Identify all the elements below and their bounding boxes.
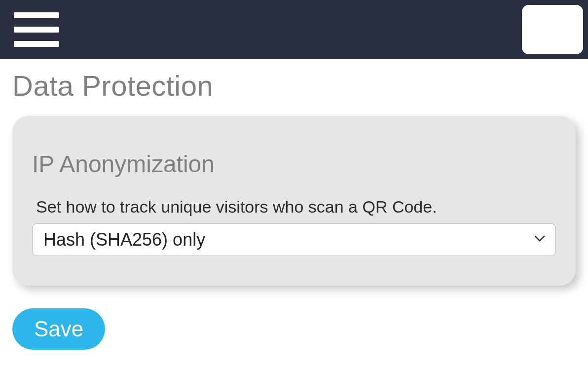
hamburger-bar [14,27,59,33]
content-area: Data Protection IP Anonymization Set how… [0,59,588,350]
tracking-method-select[interactable]: Hash (SHA256) only [32,223,556,256]
tracking-method-label: Set how to track unique visitors who sca… [32,197,556,217]
hamburger-bar [14,12,59,18]
page-title: Data Protection [12,69,576,102]
hamburger-icon[interactable] [14,12,59,47]
app-header [0,0,588,59]
save-button[interactable]: Save [12,308,105,350]
card-title: IP Anonymization [32,150,556,178]
tracking-method-select-wrap: Hash (SHA256) only [32,223,556,256]
hamburger-bar [14,41,59,47]
header-right-button[interactable] [522,5,583,54]
ip-anonymization-card: IP Anonymization Set how to track unique… [12,116,576,286]
